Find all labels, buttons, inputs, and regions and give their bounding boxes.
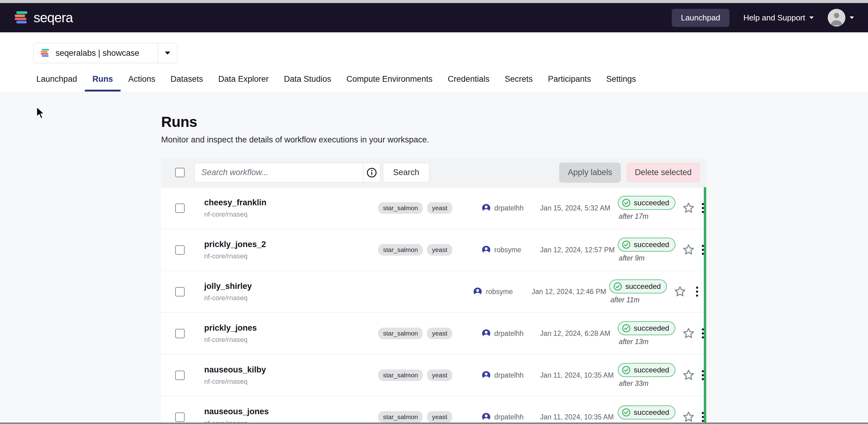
star-icon [682,368,695,382]
tab-secrets[interactable]: Secrets [497,74,540,92]
run-row: prickly_jones_2 nf-core/rnaseq star_salm… [161,229,706,271]
tab-runs[interactable]: Runs [85,74,121,92]
chevron-down-icon [165,52,170,55]
status-badge: succeeded [618,363,675,377]
run-name[interactable]: prickly_jones_2 [204,240,378,249]
check-circle-icon [613,282,622,291]
run-name-block: prickly_jones_2 nf-core/rnaseq [204,240,378,260]
run-user: drpatelhh [481,328,540,338]
status-label: succeeded [634,324,669,332]
star-button[interactable] [673,285,687,298]
tab-actions[interactable]: Actions [121,74,163,92]
star-icon [682,410,695,424]
label-pill: star_salmon [378,411,423,423]
run-name[interactable]: nauseous_jones [204,407,378,416]
run-labels: star_salmonyeast [378,202,452,214]
user-menu[interactable] [828,9,854,27]
row-checkbox[interactable] [175,329,185,338]
search-group [194,163,380,183]
row-checkbox[interactable] [175,370,185,380]
help-and-support-label: Help and Support [743,13,805,23]
status-badge: succeeded [618,405,675,419]
star-icon [673,285,687,298]
tab-data-studios[interactable]: Data Studios [276,74,339,92]
run-labels: star_salmonyeast [378,328,452,339]
tab-label: Actions [128,74,155,84]
run-date: Jan 12, 2024, 6:28 AM [540,329,618,338]
tabs: Launchpad Runs Actions Datasets Data Exp… [29,74,868,92]
tab-launchpad[interactable]: Launchpad [29,74,85,92]
search-button[interactable]: Search [383,163,429,183]
label-pill: yeast [427,411,452,423]
window-bottom-edge [0,422,868,424]
row-checkbox[interactable] [175,203,185,213]
label-pill: star_salmon [378,369,423,381]
run-pipeline: nf-core/rnaseq [204,336,378,344]
star-button[interactable] [682,368,695,382]
run-status: succeeded after 9m [618,238,679,262]
run-status: succeeded after 13m [618,321,679,346]
tab-label: Launchpad [36,74,77,84]
chevron-down-icon [850,17,854,19]
tab-participants[interactable]: Participants [540,74,598,92]
workspace-dropdown-button[interactable] [158,52,177,55]
run-user: drpatelhh [481,412,540,422]
star-button[interactable] [682,201,695,215]
tab-data-explorer[interactable]: Data Explorer [211,74,276,92]
workspace-logo-icon [40,48,50,58]
row-checkbox[interactable] [175,287,185,296]
delete-selected-button[interactable]: Delete selected [626,163,700,183]
tab-datasets[interactable]: Datasets [163,74,211,92]
select-all-checkbox[interactable] [175,168,185,177]
run-name[interactable]: prickly_jones [204,323,378,333]
run-status: succeeded after 17m [618,196,679,221]
run-name[interactable]: cheesy_franklin [204,198,378,207]
row-checkbox[interactable] [175,413,185,422]
row-checkbox[interactable] [175,245,185,255]
run-name-block: jolly_shirley nf-core/rnaseq [204,282,378,302]
search-info-button[interactable] [363,163,380,182]
status-badge: succeeded [609,280,667,293]
workspace-selector[interactable]: seqeralabs | showcase [33,43,177,63]
tab-credentials[interactable]: Credentials [440,74,497,92]
launchpad-button[interactable]: Launchpad [672,9,730,27]
run-labels: star_salmonyeast [378,411,452,423]
kebab-icon [695,285,699,298]
check-circle-icon [622,324,631,333]
run-name[interactable]: nauseous_kilby [204,365,378,374]
user-name: robsyme [486,288,513,296]
tab-compute-environments[interactable]: Compute Environments [339,74,440,92]
workspace-header: seqeralabs | showcase Launchpad Runs Act… [0,32,868,92]
window-top-edge [0,0,868,3]
run-name-block: prickly_jones nf-core/rnaseq [204,323,378,344]
run-name[interactable]: jolly_shirley [204,282,378,291]
status-label: succeeded [634,199,669,207]
run-name-block: nauseous_kilby nf-core/rnaseq [204,365,378,386]
run-status: succeeded after 11m [609,280,670,304]
apply-labels-button[interactable]: Apply labels [559,163,621,183]
run-date: Jan 15, 2024, 5:32 AM [540,204,618,212]
run-user: drpatelhh [481,370,540,380]
status-strip [704,187,706,424]
status-badge: succeeded [618,238,675,252]
run-row: prickly_jones nf-core/rnaseq star_salmon… [161,313,706,354]
run-pipeline: nf-core/rnaseq [204,210,378,219]
star-button[interactable] [682,243,695,257]
kebab-menu-button[interactable] [691,285,703,298]
help-and-support-menu[interactable]: Help and Support [743,13,814,23]
runs-table: cheesy_franklin nf-core/rnaseq star_salm… [161,187,706,424]
search-input[interactable] [195,163,363,182]
tab-settings[interactable]: Settings [598,74,644,92]
label-pill: yeast [427,202,452,214]
tab-label: Secrets [505,74,533,84]
page-title: Runs [161,113,868,130]
star-button[interactable] [682,327,695,340]
check-circle-icon [622,198,631,207]
user-name: drpatelhh [494,413,524,421]
workspace-name: seqeralabs | showcase [56,48,139,58]
star-button[interactable] [682,410,695,424]
run-date: Jan 11, 2024, 10:35 AM [540,371,618,380]
user-icon [473,287,483,296]
label-pill: star_salmon [378,328,423,339]
seqera-brand[interactable]: seqera [14,10,73,25]
